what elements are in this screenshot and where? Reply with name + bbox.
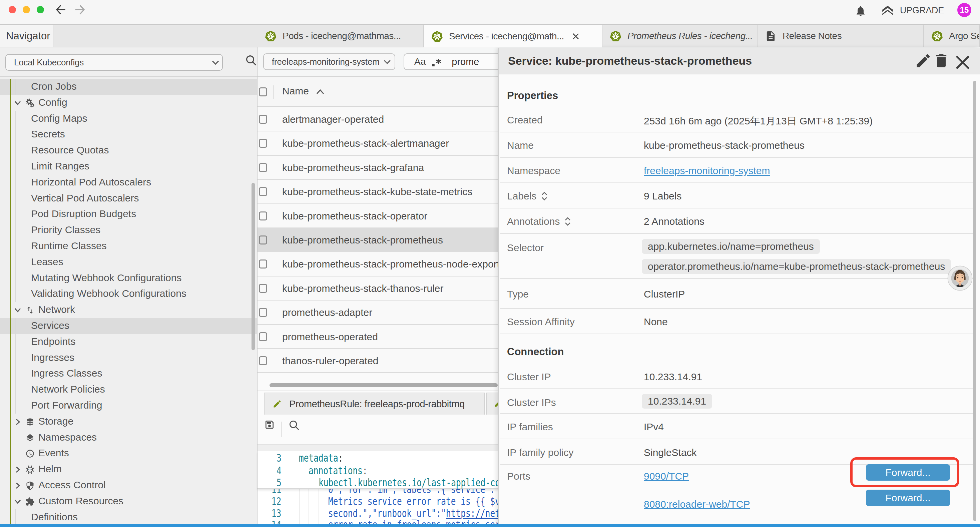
chevron-right-icon[interactable] xyxy=(14,482,21,489)
close-icon[interactable] xyxy=(954,54,971,71)
row-checkbox[interactable] xyxy=(259,260,267,269)
line-number: 13 xyxy=(242,508,282,520)
sidebar-item-secrets[interactable]: Secrets xyxy=(0,126,257,142)
drawer-item-label: Name xyxy=(507,140,534,151)
account-avatar-badge[interactable]: 15 xyxy=(957,3,971,17)
regex-toggle-icon[interactable] xyxy=(432,58,443,67)
sidebar-item-config[interactable]: Config xyxy=(0,95,257,111)
sidebar-item-helm[interactable]: HELMHelm xyxy=(0,461,257,477)
row-checkbox[interactable] xyxy=(259,356,267,365)
tab-argo[interactable]: Argo Se xyxy=(924,25,980,47)
puzzle-icon xyxy=(25,497,35,506)
drawer-item-value: 253d 16h 6m ago (2025年1月13日 GMT+8 1:25:3… xyxy=(644,115,873,128)
sidebar-item-network[interactable]: Network xyxy=(0,302,257,318)
sidebar-item-mutating-webhook-configurations[interactable]: Mutating Webhook Configurations xyxy=(0,270,257,286)
sidebar-item-namespaces[interactable]: Namespaces xyxy=(0,430,257,446)
app-window: UPGRADE 15 Navigator Pods - icecheng@mat… xyxy=(0,0,980,527)
sidebar-item-leases[interactable]: Leases xyxy=(0,254,257,270)
drawer-item-annotations: Annotations2 Annotations xyxy=(500,209,975,234)
service-name: kube-prometheus-stack-prometheus xyxy=(282,234,443,246)
row-checkbox[interactable] xyxy=(259,236,267,245)
namespace-select[interactable]: freeleaps-monitoring-system xyxy=(263,53,395,70)
editor-search-icon[interactable] xyxy=(289,420,299,431)
chevron-down-icon[interactable] xyxy=(14,498,21,505)
upgrade-button[interactable]: UPGRADE xyxy=(900,5,944,16)
user-avatar-memoji[interactable] xyxy=(947,266,973,291)
sort-asc-icon xyxy=(315,89,325,95)
sidebar-item-ingress-classes[interactable]: Ingress Classes xyxy=(0,366,257,382)
column-header-name[interactable]: Name xyxy=(282,85,309,97)
notifications-bell-icon[interactable] xyxy=(854,5,867,18)
row-checkbox[interactable] xyxy=(259,139,267,148)
row-checkbox[interactable] xyxy=(259,332,267,341)
forward-button[interactable]: Forward... xyxy=(866,490,950,506)
active-section-indicator xyxy=(10,79,11,524)
sidebar-item-endpoints[interactable]: Endpoints xyxy=(0,334,257,350)
chevron-down-icon[interactable] xyxy=(14,99,21,107)
chevron-right-icon[interactable] xyxy=(14,418,21,426)
sidebar-item-access-control[interactable]: Access Control xyxy=(0,477,257,493)
sidebar-item-definitions[interactable]: Definitions xyxy=(0,509,257,524)
match-case-toggle[interactable]: Aa xyxy=(414,56,426,67)
edit-pencil-icon[interactable] xyxy=(915,52,932,69)
search-icon[interactable] xyxy=(245,55,257,66)
sidebar-item-runtime-classes[interactable]: Runtime Classes xyxy=(0,238,257,254)
sidebar-item-custom-resources[interactable]: Custom Resources xyxy=(0,493,257,509)
sidebar-item-label: Runtime Classes xyxy=(31,240,107,252)
upgrade-icon[interactable] xyxy=(881,5,894,18)
row-checkbox[interactable] xyxy=(259,187,267,196)
drawer-item-link[interactable]: freeleaps-monitoring-system xyxy=(644,165,770,177)
sidebar-scrollbar-thumb[interactable] xyxy=(251,183,255,350)
sidebar-item-storage[interactable]: Storage xyxy=(0,414,257,430)
kubeconfig-select[interactable]: Local Kubeconfigs xyxy=(5,54,223,71)
forward-arrow-icon[interactable] xyxy=(75,4,85,15)
service-name: prometheus-adapter xyxy=(282,307,372,318)
sidebar-item-vertical-pod-autoscalers[interactable]: Vertical Pod Autoscalers xyxy=(0,191,257,207)
chevron-right-icon[interactable] xyxy=(14,466,21,473)
sidebar-item-ingresses[interactable]: Ingresses xyxy=(0,350,257,366)
traffic-light-minimize[interactable] xyxy=(23,6,30,13)
tree-guide-line xyxy=(15,509,16,524)
drawer-scrollbar-thumb[interactable] xyxy=(973,81,976,521)
horizontal-scrollbar-thumb[interactable] xyxy=(269,383,498,387)
tab-release[interactable]: Release Notes xyxy=(757,25,924,47)
close-tab-icon[interactable] xyxy=(572,33,579,40)
sidebar-item-label: Namespaces xyxy=(38,431,97,443)
sidebar-item-label: Priority Classes xyxy=(31,224,100,236)
delete-trash-icon[interactable] xyxy=(932,52,950,69)
tab-label: Services - icecheng@math... xyxy=(449,31,564,42)
row-checkbox[interactable] xyxy=(259,308,267,317)
row-checkbox[interactable] xyxy=(259,284,267,293)
chevron-down-icon[interactable] xyxy=(14,307,21,314)
sidebar-item-port-forwarding[interactable]: Port Forwarding xyxy=(0,398,257,414)
tab-services[interactable]: Services - icecheng@math... xyxy=(424,25,602,47)
sidebar-item-limit-ranges[interactable]: Limit Ranges xyxy=(0,158,257,174)
sidebar-item-cron-jobs[interactable]: Cron Jobs xyxy=(0,79,257,95)
sidebar-item-events[interactable]: Events xyxy=(0,445,257,461)
sidebar-item-priority-classes[interactable]: Priority Classes xyxy=(0,222,257,238)
select-all-checkbox[interactable] xyxy=(259,88,267,96)
row-checkbox[interactable] xyxy=(259,212,267,220)
sidebar-item-label: Config Maps xyxy=(31,113,87,124)
sidebar-item-services[interactable]: Services xyxy=(0,318,257,334)
sidebar-item-pod-disruption-budgets[interactable]: Pod Disruption Budgets xyxy=(0,206,257,222)
sidebar-item-resource-quotas[interactable]: Resource Quotas xyxy=(0,142,257,158)
sidebar-item-validating-webhook-configurations[interactable]: Validating Webhook Configurations xyxy=(0,286,257,302)
row-checkbox[interactable] xyxy=(259,163,267,172)
traffic-light-close[interactable] xyxy=(9,6,16,13)
port-link[interactable]: 9090/TCP xyxy=(644,471,689,482)
sidebar-item-horizontal-pod-autoscalers[interactable]: Horizontal Pod Autoscalers xyxy=(0,174,257,191)
tab-prometheus[interactable]: Prometheus Rules - icecheng... xyxy=(602,25,757,47)
row-checkbox[interactable] xyxy=(259,115,267,124)
sort-toggle-icon[interactable] xyxy=(565,217,571,226)
back-arrow-icon[interactable] xyxy=(56,4,66,15)
sidebar-item-config-maps[interactable]: Config Maps xyxy=(0,111,257,127)
sidebar-item-network-policies[interactable]: Network Policies xyxy=(0,382,257,398)
sort-toggle-icon[interactable] xyxy=(541,191,548,201)
sidebar-item-label: Pod Disruption Budgets xyxy=(31,208,136,220)
tab-pods[interactable]: Pods - icecheng@mathmas... xyxy=(258,25,424,47)
save-icon[interactable] xyxy=(264,419,275,430)
port-link[interactable]: 8080:reloader-web/TCP xyxy=(644,498,750,510)
traffic-light-zoom[interactable] xyxy=(37,6,44,13)
dock-tab-prometheusrule[interactable]: PrometheusRule: freeleaps-prod-rabbitmq xyxy=(264,393,485,415)
